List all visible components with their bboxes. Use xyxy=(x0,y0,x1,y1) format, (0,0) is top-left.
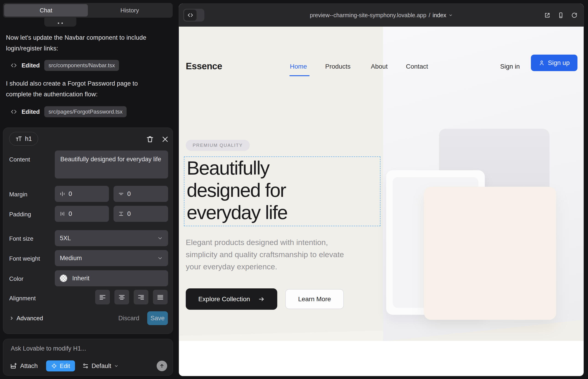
attach-label: Attach xyxy=(20,363,38,370)
margin-vertical-icon xyxy=(118,191,124,197)
tab-history[interactable]: History xyxy=(88,4,171,16)
tab-chat[interactable]: Chat xyxy=(4,4,88,16)
padding-y-input[interactable] xyxy=(127,210,164,218)
h1-selection-outline[interactable]: Beautifully designed for everyday life xyxy=(184,157,380,226)
mode-select[interactable]: Default xyxy=(82,363,119,370)
advanced-toggle[interactable]: Advanced xyxy=(9,311,43,325)
chevron-down-icon xyxy=(157,235,163,241)
font-size-select[interactable]: 5XL xyxy=(55,230,168,246)
margin-label: Margin xyxy=(9,191,27,198)
refresh-icon[interactable] xyxy=(571,12,578,19)
discard-button[interactable]: Discard xyxy=(118,315,139,322)
code-icon xyxy=(11,62,17,69)
save-button[interactable]: Save xyxy=(147,311,168,325)
trash-icon[interactable] xyxy=(146,135,154,143)
padding-x-field xyxy=(55,206,109,222)
font-weight-value: Medium xyxy=(60,255,82,262)
close-icon[interactable] xyxy=(161,135,169,143)
mode-label: Default xyxy=(92,363,111,370)
margin-horizontal-icon xyxy=(59,191,65,197)
lovable-app: Chat History Now let's update the Navbar… xyxy=(0,0,588,379)
edited-label: Edited xyxy=(22,62,40,69)
font-size-value: 5XL xyxy=(60,235,71,242)
font-size-label: Font size xyxy=(9,235,33,242)
site-logo[interactable]: Essence xyxy=(186,61,222,71)
code-toggle-segment xyxy=(184,10,197,21)
selected-element-tag: h1 xyxy=(9,132,38,146)
element-editor-panel: h1 Content Beautifully designed for ever… xyxy=(3,127,173,334)
padding-label: Padding xyxy=(9,211,31,218)
sign-in-link[interactable]: Sign in xyxy=(500,63,520,70)
element-tag-name: h1 xyxy=(25,135,32,142)
user-icon xyxy=(539,60,545,66)
advanced-label: Advanced xyxy=(16,315,43,322)
explore-collection-button[interactable]: Explore Collection xyxy=(186,288,277,310)
code-view-toggle[interactable] xyxy=(183,9,204,22)
arrow-up-icon xyxy=(159,363,165,369)
quality-badge: PREMIUM QUALITY xyxy=(186,140,250,151)
padding-y-field xyxy=(113,206,168,222)
type-icon xyxy=(15,135,22,142)
edited-file-badge[interactable]: src/components/Navbar.tsx xyxy=(44,60,119,71)
color-value: Inherit xyxy=(72,275,90,282)
margin-x-field xyxy=(55,186,109,202)
sign-up-button[interactable]: Sign up xyxy=(531,55,577,71)
nav-link-about[interactable]: About xyxy=(371,63,387,70)
font-weight-select[interactable]: Medium xyxy=(55,250,168,266)
align-justify-button[interactable] xyxy=(153,290,168,304)
hero-headline[interactable]: Beautifully designed for everyday life xyxy=(187,157,347,224)
content-label: Content xyxy=(9,156,30,163)
chevron-down-icon xyxy=(157,255,163,261)
edited-file-badge[interactable]: src/pages/ForgotPassword.tsx xyxy=(44,106,127,117)
align-justify-icon xyxy=(157,294,164,300)
chrome-actions xyxy=(544,4,578,27)
align-right-button[interactable] xyxy=(134,290,148,304)
nav-active-underline xyxy=(289,75,309,76)
color-swatch xyxy=(60,275,67,282)
align-center-button[interactable] xyxy=(114,290,129,304)
send-button[interactable] xyxy=(157,361,167,371)
target-icon xyxy=(51,363,57,369)
nav-link-products[interactable]: Products xyxy=(325,63,351,70)
chevron-right-icon xyxy=(9,316,14,321)
sliders-icon xyxy=(82,363,89,369)
chat-composer[interactable]: Ask Lovable to modify H1... Attach Edit … xyxy=(3,339,173,376)
color-label: Color xyxy=(9,275,23,283)
edit-label: Edit xyxy=(60,363,70,370)
decorative-band xyxy=(179,330,383,341)
color-field[interactable]: Inherit xyxy=(55,270,168,286)
edited-file-row: Edited src/pages/ForgotPassword.tsx xyxy=(11,106,127,118)
composer-placeholder[interactable]: Ask Lovable to modify H1... xyxy=(11,345,86,352)
padding-vertical-icon xyxy=(118,211,124,217)
alignment-label: Alignment xyxy=(9,295,36,302)
margin-y-field xyxy=(113,186,168,202)
content-input[interactable]: Beautifully designed for everyday life xyxy=(60,155,163,174)
url-bar[interactable]: preview--charming-site-symphony.lovable.… xyxy=(179,4,584,27)
url-separator: / xyxy=(429,12,430,19)
preview-pane: preview--charming-site-symphony.lovable.… xyxy=(179,3,584,376)
attach-button[interactable]: Attach xyxy=(10,363,38,370)
edited-file-row: Edited src/components/Navbar.tsx xyxy=(11,59,119,72)
decorative-card-beige xyxy=(424,187,556,320)
align-right-icon xyxy=(138,294,144,300)
padding-x-input[interactable] xyxy=(69,210,104,218)
composer-toolbar: Attach Edit Default xyxy=(3,360,173,372)
site-hero-section: Essence Home Products About Contact Sign… xyxy=(179,27,584,341)
margin-y-input[interactable] xyxy=(127,190,164,198)
preview-url: preview--charming-site-symphony.lovable.… xyxy=(310,12,426,19)
chevron-down-icon xyxy=(114,364,119,368)
mobile-view-icon[interactable] xyxy=(557,12,564,19)
dot xyxy=(58,22,59,24)
align-left-button[interactable] xyxy=(95,290,110,304)
chevron-down-icon xyxy=(449,13,453,17)
explore-collection-label: Explore Collection xyxy=(198,296,250,303)
edit-mode-button[interactable]: Edit xyxy=(46,360,75,371)
nav-link-contact[interactable]: Contact xyxy=(406,63,428,70)
chat-message: I should also create a Forgot Password p… xyxy=(6,78,157,100)
nav-link-home[interactable]: Home xyxy=(290,63,307,70)
open-external-icon[interactable] xyxy=(544,12,551,19)
code-icon xyxy=(11,109,17,115)
learn-more-button[interactable]: Learn More xyxy=(285,289,344,309)
browser-chrome: preview--charming-site-symphony.lovable.… xyxy=(179,4,584,27)
margin-x-input[interactable] xyxy=(69,190,104,198)
